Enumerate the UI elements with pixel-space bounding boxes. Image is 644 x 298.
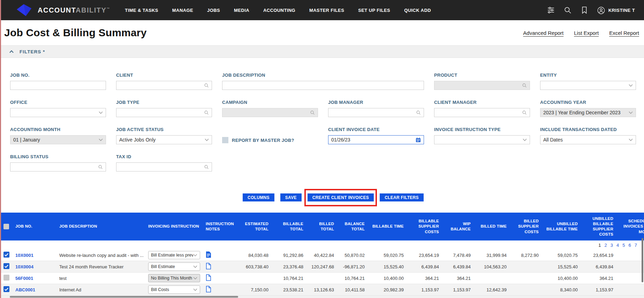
job-active-status-select[interactable]: Active Jobs Only <box>116 135 212 144</box>
nav-item-time-tasks[interactable]: TIME & TASKS <box>125 8 158 13</box>
instruction-notes-document-filled-icon[interactable] <box>206 251 211 258</box>
client-input[interactable] <box>116 81 212 90</box>
row-checkbox[interactable] <box>3 286 9 292</box>
instruction-notes-document-icon[interactable] <box>206 286 211 292</box>
billing-status-input[interactable] <box>10 162 106 171</box>
tax-id-input[interactable] <box>116 162 212 171</box>
job-no-input[interactable] <box>10 81 106 90</box>
entity-select[interactable] <box>540 81 636 90</box>
column-header-instruction-notes[interactable]: INSTRUCTION NOTES <box>202 221 232 232</box>
page: ACCOUNTABILITY™ TIME & TASKSMANAGEJOBSME… <box>0 0 644 298</box>
column-header-billed-supplier-costs[interactable]: BILLED SUPPLIER COSTS <box>510 219 542 235</box>
client-invoice-date-input[interactable]: 01/26/23 <box>328 135 424 144</box>
user-menu[interactable]: KRISTINE T <box>597 6 635 14</box>
report-by-master-job-label: REPORT BY MASTER JOB? <box>232 138 294 143</box>
select-all-checkbox[interactable] <box>3 224 9 229</box>
job-number-link[interactable]: 10X0004 <box>15 264 33 269</box>
list-export-link[interactable]: List Export <box>574 30 599 36</box>
instruction-notes-document-icon[interactable] <box>206 274 211 281</box>
nav-item-media[interactable]: MEDIA <box>234 8 249 13</box>
horizontal-scrollbar[interactable] <box>10 296 238 298</box>
office-label: OFFICE <box>10 100 106 105</box>
nav-item-jobs[interactable]: JOBS <box>207 8 220 13</box>
save-button[interactable]: SAVE <box>280 193 302 201</box>
column-header-billed-time[interactable]: BILLED TIME <box>474 224 510 229</box>
job-description-input[interactable] <box>222 81 424 90</box>
page-link-2[interactable]: 2 <box>605 243 607 248</box>
column-header-billable-time[interactable]: BILLABLE TIME <box>368 224 407 229</box>
filters-panel: JOB NO.CLIENTJOB DESCRIPTIONPRODUCTENTIT… <box>0 58 644 171</box>
cell-billed-total: 13,126.63 <box>307 287 338 292</box>
chevron-down-icon <box>205 138 209 141</box>
filters-bar[interactable]: FILTERS * <box>0 45 644 58</box>
column-header-estimated-total[interactable]: ESTIMATED TOTAL <box>232 221 272 232</box>
page-link-5[interactable]: 5 <box>622 243 625 248</box>
column-header-billable-total[interactable]: BILLABLE TOTAL <box>272 221 307 232</box>
column-header-job-no[interactable]: JOB NO. <box>12 224 56 229</box>
cell-billable-supplier-costs: 6,439.84 <box>407 264 442 269</box>
client-manager-input[interactable] <box>434 108 530 117</box>
job-manager-input[interactable] <box>328 108 424 117</box>
column-header-wip-balance[interactable]: WIP BALANCE <box>442 221 474 232</box>
bookmark-icon[interactable] <box>580 6 589 14</box>
accounting-year-select[interactable]: 2023 | Year Ending December 2023 <box>540 108 636 117</box>
campaign-input[interactable] <box>222 108 318 117</box>
cell-job-description: test <box>56 276 145 281</box>
calendar-icon[interactable] <box>416 137 421 143</box>
page-link-3[interactable]: 3 <box>611 243 613 248</box>
product-input[interactable] <box>434 81 530 90</box>
search-icon <box>416 110 421 115</box>
main-nav: ACCOUNTABILITY™ TIME & TASKSMANAGEJOBSME… <box>0 0 644 20</box>
table-row-56F0001: 56F0001testNo Billing This Month10,764.2… <box>0 273 644 284</box>
include-transactions-dated-select[interactable]: All Dates <box>540 135 636 144</box>
column-header-job-description[interactable]: JOB DESCRIPTION <box>56 224 145 229</box>
invoicing-instruction-select[interactable]: Bill Estimate <box>148 262 200 271</box>
nav-item-set-up-files[interactable]: SET UP FILES <box>358 8 390 13</box>
search-icon[interactable] <box>563 6 572 14</box>
nav-item-master-files[interactable]: MASTER FILES <box>309 8 344 13</box>
column-header-billed-total[interactable]: BILLED TOTAL <box>307 221 338 232</box>
accounting-month-select[interactable]: 01 | January <box>10 135 106 144</box>
excel-report-link[interactable]: Excel Report <box>609 30 639 36</box>
page-link-4[interactable]: 4 <box>616 243 619 248</box>
nav-item-manage[interactable]: MANAGE <box>172 8 193 13</box>
page-link-7[interactable]: 7 <box>635 243 637 248</box>
nav-item-quick-add[interactable]: QUICK ADD <box>404 8 431 13</box>
column-header-balance-total[interactable]: BALANCE TOTAL <box>338 221 368 232</box>
row-checkbox[interactable] <box>3 263 9 269</box>
invoicing-instruction-select[interactable]: Bill Costs <box>148 285 200 294</box>
job-number-link[interactable]: 10X0001 <box>15 253 33 258</box>
report-by-master-job-checkbox[interactable] <box>222 137 228 143</box>
clear-filters-button[interactable]: CLEAR FILTERS <box>380 193 424 201</box>
instruction-notes-document-icon[interactable] <box>206 263 211 269</box>
column-header-invoicing-instruction[interactable]: INVOICING INSTRUCTION <box>145 224 202 229</box>
accounting-month-value: 01 | January <box>13 137 99 143</box>
job-type-input[interactable] <box>116 108 212 117</box>
invoice-instruction-type-select[interactable] <box>434 135 530 144</box>
brand[interactable]: ACCOUNTABILITY™ <box>15 3 109 17</box>
column-header-scheduled-invoices-this-month[interactable]: SCHEDULED INVOICES THIS MONTH <box>617 219 644 235</box>
vertical-scrollbar[interactable] <box>642 238 643 282</box>
chevron-down-icon <box>629 138 633 141</box>
filter-sliders-icon[interactable] <box>547 6 555 14</box>
job-number-link[interactable]: ABC0001 <box>15 287 35 292</box>
invoicing-instruction-select[interactable]: No Billing This Month <box>148 274 200 282</box>
billing-status-label: BILLING STATUS <box>10 154 106 159</box>
column-header-unbilled-billable-time[interactable]: UNBILLED BILLABLE TIME <box>542 221 581 232</box>
row-checkbox[interactable] <box>3 275 9 281</box>
create-client-invoices-button[interactable]: CREATE CLIENT INVOICES <box>308 193 374 201</box>
advanced-report-link[interactable]: Advanced Report <box>523 30 563 36</box>
page-link-6[interactable]: 6 <box>629 243 631 248</box>
job-active-status-value: Active Jobs Only <box>119 137 205 143</box>
column-header-unbilled-billable-supplier-costs[interactable]: UNBILLED BILLABLE SUPPLIER COSTS <box>581 216 617 237</box>
job-number-link[interactable]: 56F0001 <box>15 276 33 281</box>
columns-button[interactable]: COLUMNS <box>243 193 274 201</box>
cell-balance-total: -96,871.20 <box>338 264 368 269</box>
invoicing-instruction-select[interactable]: Bill Estimate less prev. <box>148 251 200 259</box>
column-header-billable-supplier-costs[interactable]: BILLABLE SUPPLIER COSTS <box>407 219 442 235</box>
office-select[interactable] <box>10 108 106 117</box>
cell-balance-total: 10,764.21 <box>338 276 368 281</box>
nav-item-accounting[interactable]: ACCOUNTING <box>263 8 295 13</box>
row-checkbox[interactable] <box>3 252 9 258</box>
search-icon <box>204 165 209 169</box>
